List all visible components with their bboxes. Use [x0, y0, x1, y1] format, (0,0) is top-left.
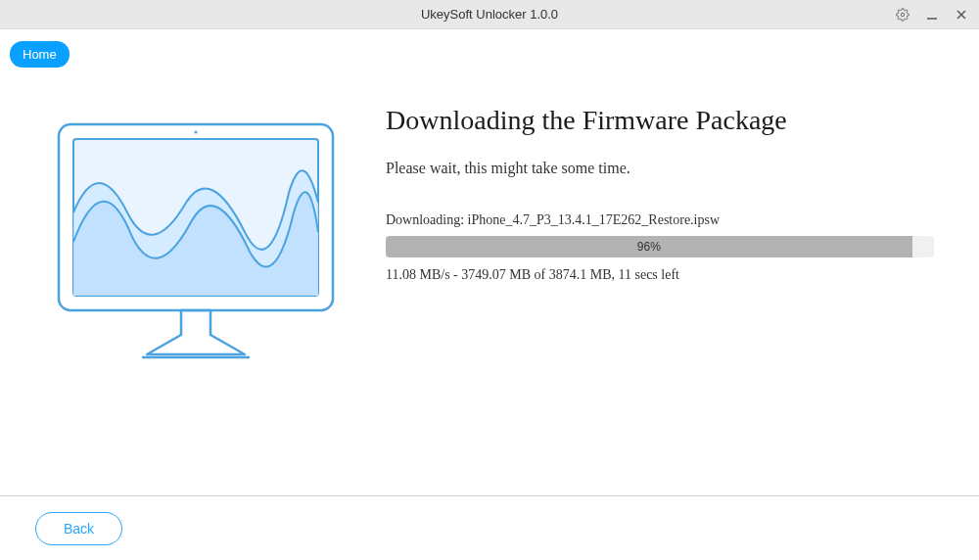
monitor-illustration: [39, 97, 352, 369]
main-content: Downloading the Firmware Package Please …: [0, 68, 979, 369]
progress-bar: 96%: [386, 236, 934, 257]
download-file-line: Downloading: iPhone_4.7_P3_13.4.1_17E262…: [386, 212, 940, 228]
progress-fill: 96%: [386, 236, 912, 257]
footer-bar: Back: [0, 495, 979, 560]
page-subtext: Please wait, this might take some time.: [386, 160, 940, 177]
window-controls: [893, 0, 971, 29]
nav-bar: Home: [0, 29, 979, 68]
back-button[interactable]: Back: [35, 512, 122, 545]
page-heading: Downloading the Firmware Package: [386, 105, 940, 136]
app-title: UkeySoft Unlocker 1.0.0: [421, 7, 558, 22]
settings-icon[interactable]: [893, 5, 912, 24]
svg-point-6: [195, 131, 198, 134]
titlebar: UkeySoft Unlocker 1.0.0: [0, 0, 979, 29]
close-icon[interactable]: [952, 5, 971, 24]
home-button[interactable]: Home: [10, 41, 70, 68]
svg-point-0: [901, 13, 905, 17]
minimize-icon[interactable]: [922, 5, 942, 24]
download-status-line: 11.08 MB/s - 3749.07 MB of 3874.1 MB, 11…: [386, 267, 940, 283]
download-panel: Downloading the Firmware Package Please …: [352, 97, 940, 369]
progress-percent-label: 96%: [637, 240, 661, 254]
